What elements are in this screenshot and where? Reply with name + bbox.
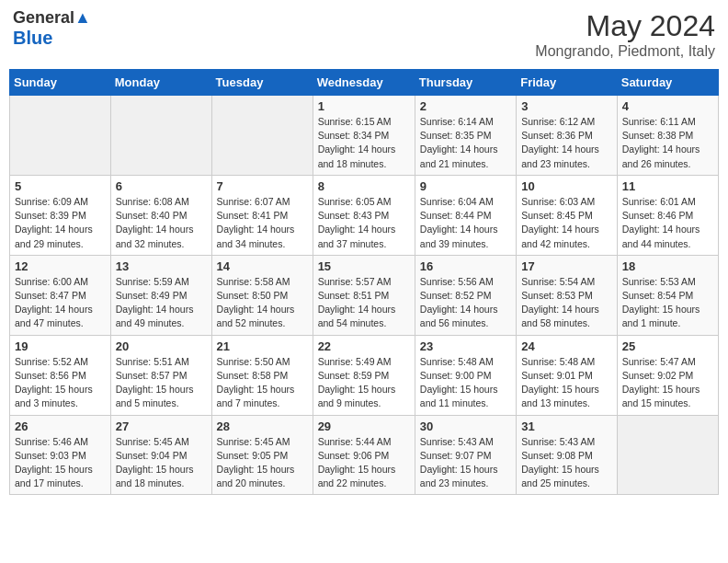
col-header-friday: Friday <box>517 70 618 96</box>
day-number: 3 <box>521 99 612 113</box>
day-cell <box>617 415 718 495</box>
day-info: Sunrise: 5:43 AMSunset: 9:08 PMDaylight:… <box>521 435 612 491</box>
day-cell: 24Sunrise: 5:48 AMSunset: 9:01 PMDayligh… <box>517 335 618 415</box>
day-info: Sunrise: 5:52 AMSunset: 8:56 PMDaylight:… <box>15 355 106 411</box>
day-cell: 15Sunrise: 5:57 AMSunset: 8:51 PMDayligh… <box>313 255 415 335</box>
day-number: 27 <box>116 419 207 433</box>
day-cell: 1Sunrise: 6:15 AMSunset: 8:34 PMDaylight… <box>313 96 415 176</box>
day-number: 22 <box>318 339 410 353</box>
day-info: Sunrise: 5:43 AMSunset: 9:07 PMDaylight:… <box>420 435 511 491</box>
day-cell <box>110 96 211 176</box>
day-number: 15 <box>318 259 410 273</box>
day-cell: 31Sunrise: 5:43 AMSunset: 9:08 PMDayligh… <box>517 415 618 495</box>
day-number: 14 <box>217 259 308 273</box>
day-info: Sunrise: 5:53 AMSunset: 8:54 PMDaylight:… <box>622 275 713 331</box>
day-cell: 12Sunrise: 6:00 AMSunset: 8:47 PMDayligh… <box>10 255 111 335</box>
day-cell: 5Sunrise: 6:09 AMSunset: 8:39 PMDaylight… <box>10 175 111 255</box>
day-cell: 10Sunrise: 6:03 AMSunset: 8:45 PMDayligh… <box>517 175 618 255</box>
day-info: Sunrise: 5:51 AMSunset: 8:57 PMDaylight:… <box>116 355 207 411</box>
day-cell: 2Sunrise: 6:14 AMSunset: 8:35 PMDaylight… <box>415 96 516 176</box>
day-info: Sunrise: 6:04 AMSunset: 8:44 PMDaylight:… <box>420 195 511 251</box>
day-info: Sunrise: 6:09 AMSunset: 8:39 PMDaylight:… <box>15 195 106 251</box>
day-number: 16 <box>420 259 511 273</box>
day-cell: 30Sunrise: 5:43 AMSunset: 9:07 PMDayligh… <box>415 415 516 495</box>
day-info: Sunrise: 5:57 AMSunset: 8:51 PMDaylight:… <box>318 275 410 331</box>
week-row-5: 26Sunrise: 5:46 AMSunset: 9:03 PMDayligh… <box>10 415 719 495</box>
day-info: Sunrise: 5:47 AMSunset: 9:02 PMDaylight:… <box>622 355 713 411</box>
day-number: 19 <box>15 339 106 353</box>
logo: General▲ Blue <box>13 9 91 49</box>
day-number: 5 <box>15 179 106 193</box>
day-cell: 26Sunrise: 5:46 AMSunset: 9:03 PMDayligh… <box>10 415 111 495</box>
day-cell: 11Sunrise: 6:01 AMSunset: 8:46 PMDayligh… <box>617 175 718 255</box>
day-cell: 19Sunrise: 5:52 AMSunset: 8:56 PMDayligh… <box>10 335 111 415</box>
day-info: Sunrise: 5:44 AMSunset: 9:06 PMDaylight:… <box>318 435 410 491</box>
day-info: Sunrise: 5:54 AMSunset: 8:53 PMDaylight:… <box>521 275 612 331</box>
day-cell <box>10 96 111 176</box>
day-cell: 4Sunrise: 6:11 AMSunset: 8:38 PMDaylight… <box>617 96 718 176</box>
day-cell: 6Sunrise: 6:08 AMSunset: 8:40 PMDaylight… <box>110 175 211 255</box>
logo-blue-text: Blue <box>13 28 52 49</box>
day-number: 23 <box>420 339 511 353</box>
day-number: 8 <box>318 179 410 193</box>
day-number: 31 <box>521 419 612 433</box>
day-number: 7 <box>217 179 308 193</box>
day-number: 25 <box>622 339 713 353</box>
day-number: 26 <box>15 419 106 433</box>
day-info: Sunrise: 5:59 AMSunset: 8:49 PMDaylight:… <box>116 275 207 331</box>
day-cell: 20Sunrise: 5:51 AMSunset: 8:57 PMDayligh… <box>110 335 211 415</box>
day-info: Sunrise: 5:45 AMSunset: 9:05 PMDaylight:… <box>217 435 308 491</box>
col-header-saturday: Saturday <box>617 70 718 96</box>
day-cell: 17Sunrise: 5:54 AMSunset: 8:53 PMDayligh… <box>517 255 618 335</box>
day-cell: 22Sunrise: 5:49 AMSunset: 8:59 PMDayligh… <box>313 335 415 415</box>
day-number: 29 <box>318 419 410 433</box>
day-info: Sunrise: 6:07 AMSunset: 8:41 PMDaylight:… <box>217 195 308 251</box>
col-header-tuesday: Tuesday <box>211 70 313 96</box>
day-info: Sunrise: 6:03 AMSunset: 8:45 PMDaylight:… <box>521 195 612 251</box>
day-info: Sunrise: 6:00 AMSunset: 8:47 PMDaylight:… <box>15 275 106 331</box>
day-number: 30 <box>420 419 511 433</box>
day-info: Sunrise: 6:12 AMSunset: 8:36 PMDaylight:… <box>521 115 612 171</box>
day-cell: 28Sunrise: 5:45 AMSunset: 9:05 PMDayligh… <box>211 415 313 495</box>
col-header-sunday: Sunday <box>10 70 111 96</box>
day-cell: 3Sunrise: 6:12 AMSunset: 8:36 PMDaylight… <box>517 96 618 176</box>
week-row-4: 19Sunrise: 5:52 AMSunset: 8:56 PMDayligh… <box>10 335 719 415</box>
day-info: Sunrise: 6:15 AMSunset: 8:34 PMDaylight:… <box>318 115 410 171</box>
day-number: 28 <box>217 419 308 433</box>
day-info: Sunrise: 6:05 AMSunset: 8:43 PMDaylight:… <box>318 195 410 251</box>
day-cell: 13Sunrise: 5:59 AMSunset: 8:49 PMDayligh… <box>110 255 211 335</box>
day-number: 10 <box>521 179 612 193</box>
week-row-1: 1Sunrise: 6:15 AMSunset: 8:34 PMDaylight… <box>10 96 719 176</box>
col-header-thursday: Thursday <box>415 70 516 96</box>
day-info: Sunrise: 5:50 AMSunset: 8:58 PMDaylight:… <box>217 355 308 411</box>
week-row-2: 5Sunrise: 6:09 AMSunset: 8:39 PMDaylight… <box>10 175 719 255</box>
calendar-table: SundayMondayTuesdayWednesdayThursdayFrid… <box>9 69 719 495</box>
day-info: Sunrise: 6:08 AMSunset: 8:40 PMDaylight:… <box>116 195 207 251</box>
day-cell: 21Sunrise: 5:50 AMSunset: 8:58 PMDayligh… <box>211 335 313 415</box>
day-number: 6 <box>116 179 207 193</box>
day-info: Sunrise: 5:49 AMSunset: 8:59 PMDaylight:… <box>318 355 410 411</box>
day-number: 24 <box>521 339 612 353</box>
day-info: Sunrise: 5:45 AMSunset: 9:04 PMDaylight:… <box>116 435 207 491</box>
day-info: Sunrise: 5:58 AMSunset: 8:50 PMDaylight:… <box>217 275 308 331</box>
day-number: 11 <box>622 179 713 193</box>
day-info: Sunrise: 5:48 AMSunset: 9:01 PMDaylight:… <box>521 355 612 411</box>
day-info: Sunrise: 6:01 AMSunset: 8:46 PMDaylight:… <box>622 195 713 251</box>
day-number: 1 <box>318 99 410 113</box>
page-header: General▲ Blue May 2024 Mongrando, Piedmo… <box>9 9 719 60</box>
day-cell: 8Sunrise: 6:05 AMSunset: 8:43 PMDaylight… <box>313 175 415 255</box>
week-row-3: 12Sunrise: 6:00 AMSunset: 8:47 PMDayligh… <box>10 255 719 335</box>
day-cell: 18Sunrise: 5:53 AMSunset: 8:54 PMDayligh… <box>617 255 718 335</box>
title-block: May 2024 Mongrando, Piedmont, Italy <box>535 9 715 60</box>
month-title: May 2024 <box>535 9 715 43</box>
day-info: Sunrise: 6:11 AMSunset: 8:38 PMDaylight:… <box>622 115 713 171</box>
day-cell: 25Sunrise: 5:47 AMSunset: 9:02 PMDayligh… <box>617 335 718 415</box>
day-info: Sunrise: 5:56 AMSunset: 8:52 PMDaylight:… <box>420 275 511 331</box>
day-cell: 9Sunrise: 6:04 AMSunset: 8:44 PMDaylight… <box>415 175 516 255</box>
day-info: Sunrise: 5:46 AMSunset: 9:03 PMDaylight:… <box>15 435 106 491</box>
day-cell: 14Sunrise: 5:58 AMSunset: 8:50 PMDayligh… <box>211 255 313 335</box>
day-number: 13 <box>116 259 207 273</box>
day-cell: 27Sunrise: 5:45 AMSunset: 9:04 PMDayligh… <box>110 415 211 495</box>
day-number: 20 <box>116 339 207 353</box>
day-cell: 7Sunrise: 6:07 AMSunset: 8:41 PMDaylight… <box>211 175 313 255</box>
